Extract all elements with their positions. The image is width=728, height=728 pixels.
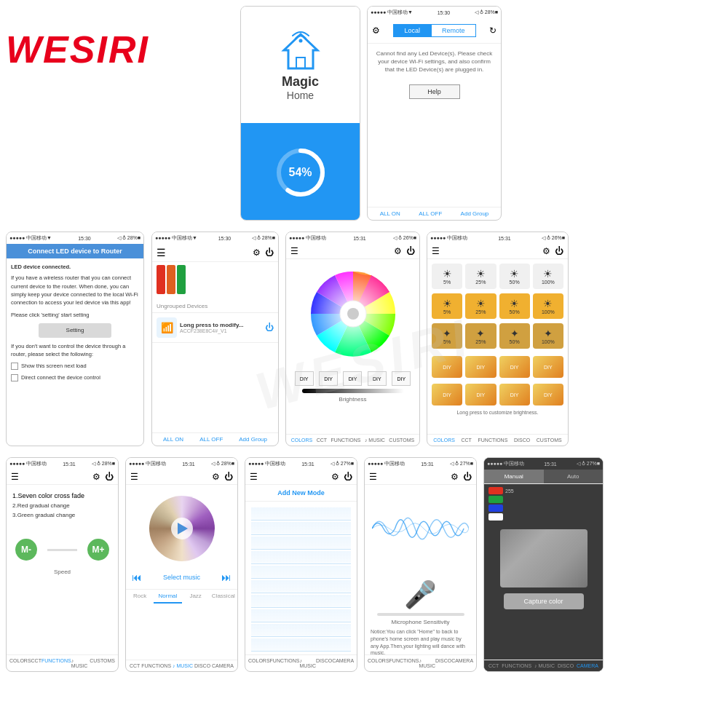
footer-disco-mic[interactable]: DISCO <box>435 658 451 668</box>
speed-btn-left[interactable]: M- <box>15 539 37 561</box>
footer-disco-am[interactable]: DISCO <box>316 658 332 668</box>
help-button[interactable]: Help <box>409 84 460 99</box>
footer-cct-cap[interactable]: CCT <box>488 663 499 668</box>
checkbox-show-icon[interactable] <box>11 363 18 370</box>
mode-line-1[interactable] <box>251 507 351 521</box>
tab-auto[interactable]: Auto <box>544 470 604 483</box>
footer-functions-f[interactable]: FUNCTIONS <box>41 658 71 668</box>
bright-x-5[interactable]: ✦5% <box>432 323 462 349</box>
footer-colors-f[interactable]: COLORS <box>9 658 31 668</box>
tab-manual[interactable]: Manual <box>484 470 544 483</box>
footer-all-on[interactable]: ALL ON <box>380 210 400 217</box>
footer-all-on-ug[interactable]: ALL ON <box>163 436 183 443</box>
footer-cct-b[interactable]: CCT <box>462 438 472 443</box>
bright-x-100[interactable]: ✦100% <box>533 323 563 349</box>
footer-colors-am[interactable]: COLORS <box>248 658 270 668</box>
footer-cct[interactable]: CCT <box>317 438 327 443</box>
bright-wm-50[interactable]: ☀50% <box>499 293 530 319</box>
color-wheel[interactable] <box>306 266 400 361</box>
footer-music[interactable]: ♪ MUSIC <box>365 438 385 443</box>
mode-line-9[interactable] <box>251 624 351 637</box>
footer-customs-b[interactable]: CUSTOMS <box>537 438 562 443</box>
footer-colors-mic[interactable]: COLORS <box>368 658 389 668</box>
mode-line-4[interactable] <box>251 551 351 564</box>
settings-icon-ungrouped[interactable]: ⚙ <box>253 248 261 258</box>
music-disc[interactable] <box>126 496 237 561</box>
genre-classical[interactable]: Classical <box>210 590 237 604</box>
forward-icon[interactable]: ⏭ <box>221 571 232 583</box>
footer-functions-am[interactable]: FUNCTIONS <box>270 658 300 668</box>
swatch-red-color[interactable] <box>488 487 503 494</box>
diy-cell-7[interactable]: DIY <box>499 384 530 405</box>
footer-functions[interactable]: FUNCTIONS <box>331 438 361 443</box>
diy-btn-4[interactable]: DIY <box>368 371 387 386</box>
footer-cct-f[interactable]: CCT <box>31 658 41 668</box>
mode-line-2[interactable] <box>251 522 351 535</box>
settings-icon-music[interactable]: ⚙ <box>212 472 220 482</box>
refresh-icon[interactable]: ↻ <box>489 25 496 36</box>
footer-customs[interactable]: CUSTOMS <box>389 438 414 443</box>
tab-local[interactable]: Local <box>393 24 431 37</box>
footer-camera-am[interactable]: CAMERA <box>332 658 354 668</box>
mode-line-3[interactable] <box>251 537 351 550</box>
diy-cell-5[interactable]: DIY <box>432 384 462 405</box>
settings-icon-bright[interactable]: ⚙ <box>542 246 550 256</box>
device-power-toggle[interactable]: ⏻ <box>265 323 274 333</box>
select-music-label[interactable]: Select music <box>163 574 200 581</box>
diy-cell-6[interactable]: DIY <box>465 384 496 405</box>
bright-x-50[interactable]: ✦50% <box>499 323 530 349</box>
footer-disco-cap[interactable]: DISCO <box>558 663 574 668</box>
diy-cell-8[interactable]: DIY <box>533 384 563 405</box>
swatch-blue-color[interactable] <box>488 505 503 512</box>
power-icon-music[interactable]: ⏻ <box>224 472 233 482</box>
footer-camera-cap[interactable]: CAMERA <box>577 663 598 668</box>
genre-rock[interactable]: Rock <box>126 590 154 604</box>
menu-icon-ungrouped[interactable]: ☰ <box>157 247 166 258</box>
menu-icon-color[interactable]: ☰ <box>290 246 298 256</box>
menu-icon-bright[interactable]: ☰ <box>432 246 440 256</box>
footer-disco-b[interactable]: DISCO <box>514 438 530 443</box>
power-icon-mic[interactable]: ⏻ <box>463 472 472 482</box>
menu-icon-func[interactable]: ☰ <box>11 472 19 482</box>
settings-icon[interactable]: ⚙ <box>372 25 380 36</box>
footer-customs-f[interactable]: CUSTOMS <box>90 658 115 668</box>
rewind-icon[interactable]: ⏮ <box>132 571 142 583</box>
footer-cct-m[interactable]: CCT <box>130 663 140 668</box>
diy-cell-1[interactable]: DIY <box>432 356 462 378</box>
mode-line-7[interactable] <box>251 595 351 608</box>
footer-music-mic[interactable]: ♪ MUSIC <box>419 658 435 668</box>
footer-add-group-ug[interactable]: Add Group <box>239 436 267 443</box>
diy-btn-2[interactable]: DIY <box>319 371 338 386</box>
bright-x-25[interactable]: ✦25% <box>465 323 496 349</box>
footer-add-group[interactable]: Add Group <box>461 210 489 217</box>
footer-all-off[interactable]: ALL OFF <box>419 210 442 217</box>
settings-icon-addmode[interactable]: ⚙ <box>331 472 339 482</box>
speed-btn-right[interactable]: M+ <box>87 539 109 561</box>
footer-colors-b[interactable]: COLORS <box>433 438 455 443</box>
footer-camera-mic[interactable]: CAMERA <box>451 658 473 668</box>
footer-functions-m[interactable]: FUNCTIONS <box>141 663 171 668</box>
swatch-white-color[interactable] <box>488 513 503 521</box>
footer-music-cap[interactable]: ♪ MUSIC <box>534 663 555 668</box>
setting-button[interactable]: Setting <box>39 323 111 338</box>
bright-w-25[interactable]: ☀25% <box>465 264 496 289</box>
bright-w-100[interactable]: ☀100% <box>533 264 563 289</box>
func-item-2[interactable]: 2.Red gradual change <box>12 501 112 510</box>
bright-w-5[interactable]: ☀5% <box>432 264 462 289</box>
genre-jazz[interactable]: Jazz <box>182 590 210 604</box>
menu-icon-music[interactable]: ☰ <box>130 472 138 482</box>
footer-disco-m[interactable]: DISCO <box>194 663 210 668</box>
power-icon-bright[interactable]: ⏻ <box>555 246 563 256</box>
swatch-green-color[interactable] <box>488 496 503 503</box>
settings-icon-mic[interactable]: ⚙ <box>451 472 459 482</box>
diy-cell-2[interactable]: DIY <box>465 356 496 378</box>
mode-line-8[interactable] <box>251 609 351 622</box>
diy-cell-4[interactable]: DIY <box>533 356 563 378</box>
func-item-3[interactable]: 3.Green gradual change <box>12 510 112 520</box>
footer-music-f[interactable]: ♪ MUSIC <box>71 658 90 668</box>
footer-functions-mic[interactable]: FUNCTIONS <box>389 658 419 668</box>
mic-sensitivity-slider[interactable] <box>377 613 464 616</box>
genre-normal[interactable]: Normal <box>154 590 181 604</box>
footer-functions-cap[interactable]: FUNCTIONS <box>502 663 531 668</box>
menu-icon-mic[interactable]: ☰ <box>369 472 377 482</box>
